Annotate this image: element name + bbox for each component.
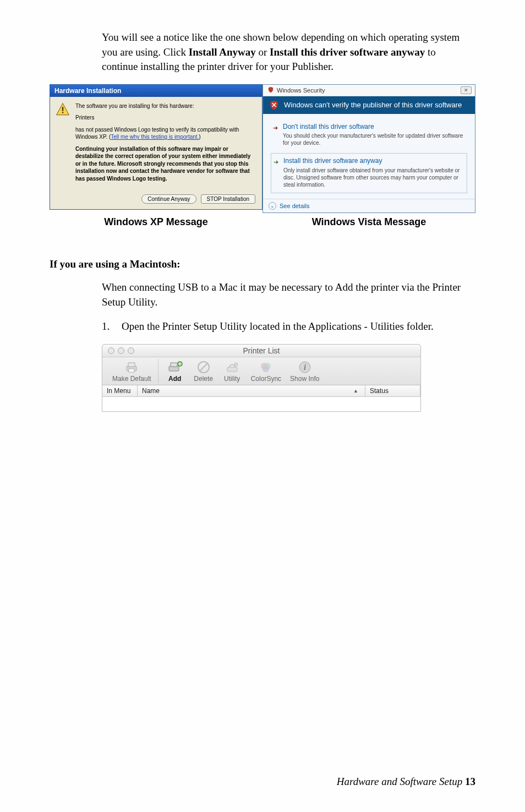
vista-header-text: Windows can't verify the publisher of th… [284,101,462,109]
svg-rect-11 [227,367,237,372]
header-in-menu[interactable]: In Menu [102,385,138,396]
footer-text: Hardware and Software Setup [337,776,463,787]
vista-caption: Windows Vista Message [262,216,475,228]
intro-text-2: or [256,46,270,58]
header-name[interactable]: Name ▲ [138,385,365,396]
close-traffic-icon[interactable] [108,347,114,354]
svg-line-10 [200,363,207,371]
toolbar-add[interactable]: Add [161,359,189,383]
toolbar-separator [158,359,158,383]
vista-opt2-title: Install this driver software anyway [283,157,463,166]
utility-icon [222,359,242,375]
xp-bold-warning: Continuing your installation of this sof… [75,145,255,183]
page-footer: Hardware and Software Setup 13 [337,776,475,788]
zoom-traffic-icon[interactable] [128,347,134,354]
step-text: Open the Printer Setup Utility located i… [122,319,434,334]
stop-installation-button[interactable]: STOP Installation [201,194,255,204]
svg-text:i: i [304,363,306,372]
chevron-down-icon: ⌄ [269,202,276,210]
toolbar-label: Show Info [290,375,319,383]
shield-x-icon [269,100,280,111]
mac-toolbar: Make Default Add Delete Utility [102,357,420,385]
toolbar-label: Utility [224,375,240,383]
toolbar-label: Make Default [112,375,151,383]
svg-rect-2 [62,112,63,113]
svg-point-15 [262,366,269,372]
svg-rect-5 [129,369,134,372]
close-icon[interactable]: ✕ [461,86,472,94]
mac-column-headers: In Menu Name ▲ Status [102,385,420,397]
vista-option-install-anyway[interactable]: ➜ Install this driver software anyway On… [271,153,467,193]
vista-option-dont-install[interactable]: ➜ Don't install this driver software You… [271,119,467,151]
step-number: 1. [102,319,122,334]
xp-tell-me-link[interactable]: Tell me why this testing is important. [111,134,199,140]
mac-titlebar: Printer List [102,345,420,357]
see-details-toggle[interactable]: ⌄ See details [263,199,475,212]
toolbar-show-info[interactable]: i Show Info [286,359,324,383]
toolbar-make-default[interactable]: Make Default [108,359,156,383]
delete-icon [194,359,214,375]
warning-icon [56,102,70,117]
xp-caption: Windows XP Message [50,216,262,228]
svg-rect-7 [171,363,177,367]
printer-icon [122,359,141,375]
header-status[interactable]: Status [365,385,420,396]
footer-page-number: 13 [465,776,475,787]
arrow-icon: ➜ [273,124,278,132]
colorsync-icon [256,359,276,375]
see-details-label: See details [280,203,309,209]
xp-dialog-title: Hardware Installation [50,85,262,97]
vista-windows-security-dialog: Windows Security ✕ Windows can't verify … [262,84,475,213]
minimize-traffic-icon[interactable] [118,347,124,354]
toolbar-delete[interactable]: Delete [189,359,218,383]
vista-window-title: Windows Security [277,87,325,94]
vista-opt1-title: Don't install this driver software [283,123,464,132]
xp-dialog-text: The software you are installing for this… [75,102,255,187]
mac-printer-list-window: Printer List Make Default Add Delete [102,344,421,412]
arrow-icon: ➜ [274,158,278,166]
toolbar-label: Delete [194,375,213,383]
toolbar-utility[interactable]: Utility [218,359,247,383]
intro-bold-2: Install this driver software anyway [270,46,425,58]
mac-window-title: Printer List [102,346,420,355]
xp-hardware-installation-dialog: Hardware Installation The software you a… [50,84,262,210]
mac-step-1: 1. Open the Printer Setup Utility locate… [102,319,470,334]
toolbar-colorsync[interactable]: ColorSync [247,359,286,383]
xp-line3: has not passed Windows Logo testing to v… [75,126,255,141]
info-icon: i [295,359,315,375]
continue-anyway-button[interactable]: Continue Anyway [141,194,196,204]
toolbar-label: Add [168,375,181,383]
intro-bold-1: Install Anyway [189,46,256,58]
toolbar-label: ColorSync [251,375,281,383]
svg-rect-1 [62,107,63,111]
intro-paragraph: You will see a notice like the one shown… [102,30,470,74]
shield-icon [267,86,274,94]
svg-point-12 [234,363,238,366]
vista-opt2-sub: Only install driver software obtained fr… [283,167,463,188]
svg-rect-4 [128,363,135,367]
mac-section-heading: If you are using a Macintosh: [50,258,475,270]
printer-add-icon [165,359,185,375]
mac-intro-paragraph: When connecting USB to a Mac it may be n… [102,280,470,309]
mac-list-area [102,397,420,411]
sort-ascending-icon: ▲ [353,388,358,394]
vista-opt1-sub: You should check your manufacturer's web… [283,132,464,146]
xp-line2: Printers [75,114,255,122]
xp-line1: The software you are installing for this… [75,102,255,110]
